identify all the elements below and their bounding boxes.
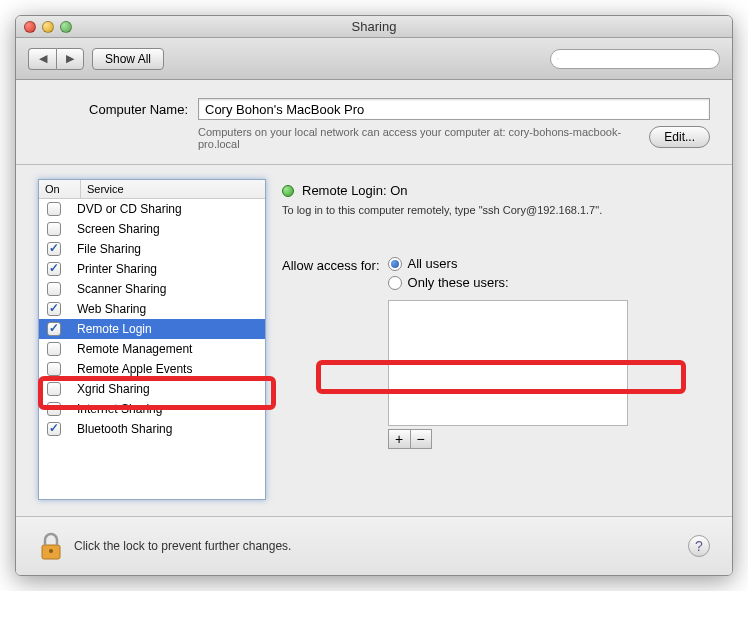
radio-only-label: Only these users: <box>408 275 509 290</box>
service-name: Remote Management <box>77 342 259 356</box>
service-row[interactable]: Printer Sharing <box>39 259 265 279</box>
service-name: Scanner Sharing <box>77 282 259 296</box>
service-name: Internet Sharing <box>77 402 259 416</box>
titlebar: Sharing <box>16 16 732 38</box>
minimize-window-button[interactable] <box>42 21 54 33</box>
service-checkbox[interactable] <box>47 282 61 296</box>
add-user-button[interactable]: + <box>388 429 410 449</box>
service-checkbox[interactable] <box>47 202 61 216</box>
service-row[interactable]: Bluetooth Sharing <box>39 419 265 439</box>
service-row[interactable]: DVD or CD Sharing <box>39 199 265 219</box>
toolbar: ◀ ▶ Show All <box>16 38 732 80</box>
radio-only-users[interactable]: Only these users: <box>388 275 628 290</box>
service-name: Web Sharing <box>77 302 259 316</box>
search-field[interactable] <box>550 49 720 69</box>
header-on: On <box>39 180 81 198</box>
forward-button[interactable]: ▶ <box>56 48 84 70</box>
zoom-window-button[interactable] <box>60 21 72 33</box>
header-service: Service <box>81 180 265 198</box>
computer-name-label: Computer Name: <box>38 102 188 117</box>
login-instructions: To log in to this computer remotely, typ… <box>282 204 710 216</box>
service-name: Printer Sharing <box>77 262 259 276</box>
svg-point-0 <box>557 58 558 59</box>
back-button[interactable]: ◀ <box>28 48 56 70</box>
service-row[interactable]: Xgrid Sharing <box>39 379 265 399</box>
service-checkbox[interactable] <box>47 362 61 376</box>
lock-icon[interactable] <box>38 531 64 561</box>
radio-all-users[interactable]: All users <box>388 256 628 271</box>
computer-name-input[interactable] <box>198 98 710 120</box>
service-name: Screen Sharing <box>77 222 259 236</box>
users-listbox[interactable] <box>388 300 628 426</box>
remove-user-button[interactable]: − <box>410 429 432 449</box>
radio-icon <box>388 257 402 271</box>
service-name: File Sharing <box>77 242 259 256</box>
search-input[interactable] <box>563 52 713 66</box>
close-window-button[interactable] <box>24 21 36 33</box>
svg-line-1 <box>558 59 559 60</box>
service-row[interactable]: Screen Sharing <box>39 219 265 239</box>
service-checkbox[interactable] <box>47 262 61 276</box>
service-checkbox[interactable] <box>47 402 61 416</box>
status-indicator-icon <box>282 185 294 197</box>
lock-text: Click the lock to prevent further change… <box>74 539 688 553</box>
service-name: Bluetooth Sharing <box>77 422 259 436</box>
computer-name-subtext: Computers on your local network can acce… <box>198 126 649 150</box>
radio-icon <box>388 276 402 290</box>
service-checkbox[interactable] <box>47 342 61 356</box>
service-row[interactable]: Scanner Sharing <box>39 279 265 299</box>
service-list[interactable]: On Service DVD or CD SharingScreen Shari… <box>38 179 266 500</box>
service-name: Remote Login <box>77 322 259 336</box>
service-row[interactable]: Remote Apple Events <box>39 359 265 379</box>
service-row[interactable]: Remote Management <box>39 339 265 359</box>
service-row[interactable]: Web Sharing <box>39 299 265 319</box>
help-button[interactable]: ? <box>688 535 710 557</box>
service-name: DVD or CD Sharing <box>77 202 259 216</box>
service-checkbox[interactable] <box>47 382 61 396</box>
svg-point-3 <box>49 549 53 553</box>
service-checkbox[interactable] <box>47 322 61 336</box>
service-checkbox[interactable] <box>47 302 61 316</box>
service-checkbox[interactable] <box>47 242 61 256</box>
divider <box>16 164 732 165</box>
window-title: Sharing <box>16 19 732 34</box>
edit-hostname-button[interactable]: Edit... <box>649 126 710 148</box>
service-row[interactable]: Remote Login <box>39 319 265 339</box>
service-row[interactable]: Internet Sharing <box>39 399 265 419</box>
service-checkbox[interactable] <box>47 422 61 436</box>
show-all-button[interactable]: Show All <box>92 48 164 70</box>
radio-all-label: All users <box>408 256 458 271</box>
status-label: Remote Login: On <box>302 183 408 198</box>
service-name: Xgrid Sharing <box>77 382 259 396</box>
service-checkbox[interactable] <box>47 222 61 236</box>
list-header: On Service <box>39 180 265 199</box>
service-name: Remote Apple Events <box>77 362 259 376</box>
search-icon <box>557 53 559 65</box>
service-row[interactable]: File Sharing <box>39 239 265 259</box>
access-label: Allow access for: <box>282 256 380 273</box>
